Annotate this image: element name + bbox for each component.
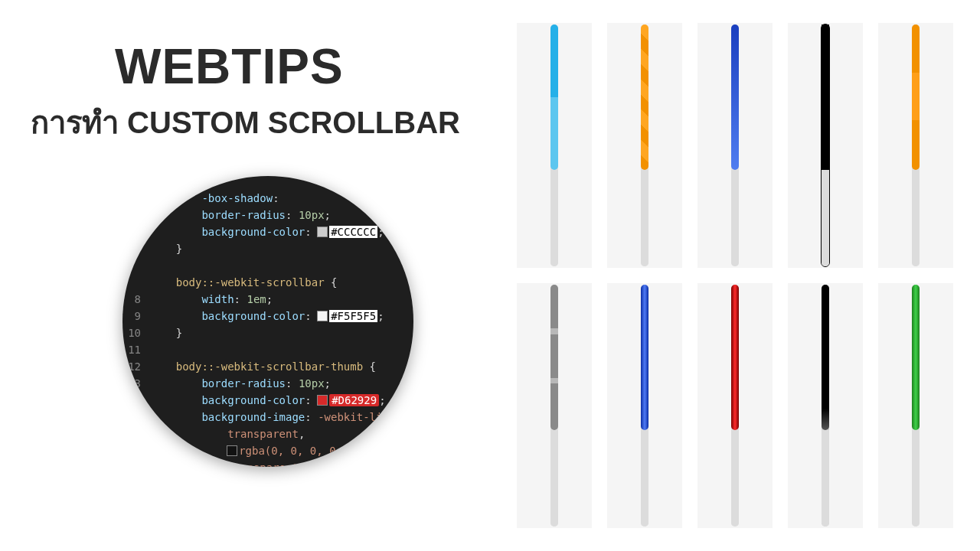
line-number: 8 — [122, 291, 150, 308]
line-number: 14 — [122, 392, 150, 409]
scrollbar-sample-orange-segmented — [878, 23, 953, 268]
line-number — [122, 223, 150, 240]
code-text: body::-webkit-scrollbar-thumb { — [150, 358, 376, 375]
code-line: transparent, — [122, 425, 413, 442]
code-text: background-color: #D62929; — [150, 392, 386, 409]
scrollbar-thumb — [550, 24, 558, 170]
scrollbar-handle — [731, 170, 739, 266]
scrollbar-track — [550, 285, 558, 527]
scrollbar-handle — [550, 430, 558, 527]
page-title: WEBTIPS — [115, 38, 460, 95]
line-number — [122, 240, 150, 257]
line-number — [122, 459, 150, 467]
scrollbar-thumb — [731, 285, 739, 430]
scrollbar-track — [822, 24, 829, 266]
page-subtitle: การทํา CUSTOM SCROLLBAR — [31, 98, 460, 147]
scrollbar-sample-blue-gradient — [697, 23, 773, 268]
scrollbar-handle — [731, 430, 739, 527]
code-text: background-image: -webkit-linear- — [150, 409, 413, 425]
scrollbar-sample-cyan-flat — [517, 23, 592, 268]
code-text: background-color: #F5F5F5; — [150, 308, 384, 324]
code-text: width: 1em; — [150, 291, 273, 308]
scrollbar-sample-green-glossy — [878, 283, 953, 528]
scrollbar-track — [912, 285, 920, 527]
code-line: 11 — [122, 341, 413, 358]
code-line: } — [122, 240, 413, 257]
code-text: body::-webkit-scrollbar { — [150, 274, 337, 291]
line-number — [122, 190, 150, 207]
scrollbar-thumb — [641, 285, 648, 430]
scrollbar-thumb — [822, 285, 829, 430]
code-text: transparent, — [150, 425, 305, 442]
line-number — [122, 425, 150, 442]
scrollbar-track — [822, 285, 829, 527]
line-number: 9 — [122, 308, 150, 324]
code-line: border-radius: 10px; — [122, 207, 413, 223]
line-number — [122, 257, 150, 274]
scrollbar-sample-black-square — [788, 23, 863, 268]
line-number: 11 — [122, 341, 150, 358]
scrollbar-sample-red-glossy — [697, 283, 773, 528]
code-preview-circle: -box-shadow: border-radius: 10px; backgr… — [122, 176, 413, 467]
scrollbar-thumb — [731, 24, 739, 170]
line-number — [122, 207, 150, 223]
scrollbar-track — [731, 24, 739, 266]
scrollbar-gallery — [517, 23, 953, 528]
scrollbar-track — [641, 24, 648, 266]
code-text: } — [150, 240, 182, 257]
code-line — [122, 257, 413, 274]
scrollbar-sample-black-rounded — [788, 283, 863, 528]
scrollbar-handle — [641, 170, 648, 266]
code-text: transparent, — [150, 459, 305, 467]
scrollbar-handle — [912, 170, 920, 266]
code-editor-lines: -box-shadow: border-radius: 10px; backgr… — [122, 176, 413, 467]
heading-block: WEBTIPS การทํา CUSTOM SCROLLBAR — [31, 38, 460, 147]
code-text: } — [150, 324, 182, 341]
code-text: border-radius: 10px; — [150, 375, 331, 392]
code-text — [150, 257, 156, 274]
code-text: -box-shadow: — [150, 190, 286, 207]
code-line: 14 background-color: #D62929; — [122, 392, 413, 409]
scrollbar-thumb — [912, 285, 920, 430]
scrollbar-sample-blue-glossy — [607, 283, 682, 528]
scrollbar-handle — [550, 170, 558, 266]
scrollbar-thumb — [912, 24, 920, 170]
code-line: 13 border-radius: 10px; — [122, 375, 413, 392]
code-text: background-color: #CCCCCC; — [150, 223, 384, 240]
scrollbar-thumb — [822, 24, 829, 170]
scrollbar-thumb — [641, 24, 648, 170]
line-number: 13 — [122, 375, 150, 392]
scrollbar-handle — [641, 430, 648, 527]
line-number: 12 — [122, 358, 150, 375]
code-line: 9 background-color: #F5F5F5; — [122, 308, 413, 324]
code-line: 8 width: 1em; — [122, 291, 413, 308]
code-line: background-color: #CCCCCC; — [122, 223, 413, 240]
scrollbar-track — [550, 24, 558, 266]
code-line: 10 } — [122, 324, 413, 341]
scrollbar-handle — [822, 430, 829, 527]
scrollbar-sample-orange-striped — [607, 23, 682, 268]
line-number — [122, 274, 150, 291]
code-text: border-radius: 10px; — [150, 207, 331, 223]
code-text: rgba(0, 0, 0, 0.4) — [150, 442, 361, 459]
code-line: transparent, — [122, 459, 413, 467]
line-number: 10 — [122, 324, 150, 341]
scrollbar-track — [641, 285, 648, 527]
code-line: 12 body::-webkit-scrollbar-thumb { — [122, 358, 413, 375]
scrollbar-handle — [912, 430, 920, 527]
scrollbar-track — [731, 285, 739, 527]
scrollbar-handle — [822, 170, 829, 266]
code-text — [150, 341, 156, 358]
code-line: background-image: -webkit-linear- — [122, 409, 413, 425]
scrollbar-thumb — [550, 285, 558, 430]
code-line: rgba(0, 0, 0, 0.4) — [122, 442, 413, 459]
line-number — [122, 442, 150, 459]
scrollbar-sample-gray-segmented — [517, 283, 592, 528]
code-line: body::-webkit-scrollbar { — [122, 274, 413, 291]
line-number — [122, 409, 150, 425]
scrollbar-track — [912, 24, 920, 266]
code-line: -box-shadow: — [122, 190, 413, 207]
